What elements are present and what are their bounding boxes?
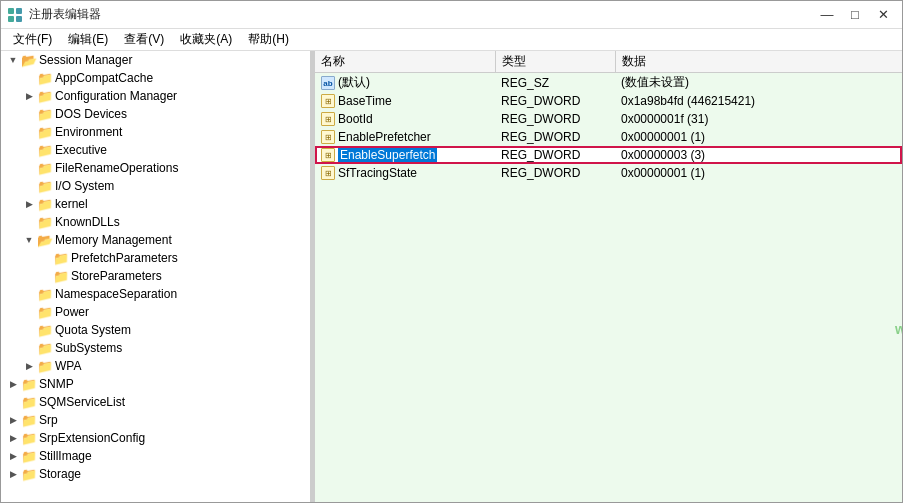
folder-icon: 📁 <box>21 395 37 410</box>
tree-item-label: SNMP <box>39 377 74 391</box>
tree-arrow: ▼ <box>5 55 21 65</box>
cell-type: REG_DWORD <box>495 92 615 110</box>
tree-item-dos-devices[interactable]: 📁DOS Devices <box>1 105 310 123</box>
reg-dword-icon: ⊞ <box>321 166 335 180</box>
tree-item-label: Session Manager <box>39 53 132 67</box>
tree-item-environment[interactable]: 📁Environment <box>1 123 310 141</box>
table-row[interactable]: ab(默认)REG_SZ(数值未设置) <box>315 73 902 93</box>
tree-item-memory-mgmt[interactable]: ▼📂Memory Management <box>1 231 310 249</box>
folder-icon: 📁 <box>21 413 37 428</box>
tree-arrow: ▶ <box>21 361 37 371</box>
folder-icon: 📁 <box>21 467 37 482</box>
tree-item-executive[interactable]: 📁Executive <box>1 141 310 159</box>
tree-item-label: Storage <box>39 467 81 481</box>
tree-item-config-manager[interactable]: ▶📁Configuration Manager <box>1 87 310 105</box>
cell-type: REG_DWORD <box>495 128 615 146</box>
folder-icon: 📂 <box>37 233 53 248</box>
folder-icon: 📁 <box>37 305 53 320</box>
cell-data: 0x1a98b4fd (446215421) <box>615 92 902 110</box>
reg-entry-name: BaseTime <box>338 94 392 108</box>
folder-icon: 📁 <box>37 341 53 356</box>
tree-item-sqmservice[interactable]: 📁SQMServiceList <box>1 393 310 411</box>
folder-icon: 📁 <box>21 431 37 446</box>
folder-icon: 📁 <box>37 107 53 122</box>
main-content: ▼📂Session Manager📁AppCompatCache▶📁Config… <box>1 51 902 502</box>
tree-item-label: PrefetchParameters <box>71 251 178 265</box>
cell-type: REG_DWORD <box>495 164 615 182</box>
folder-icon: 📁 <box>37 161 53 176</box>
tree-item-label: StillImage <box>39 449 92 463</box>
tree-item-label: DOS Devices <box>55 107 127 121</box>
tree-item-label: kernel <box>55 197 88 211</box>
tree-item-label: Power <box>55 305 89 319</box>
menu-item-文件f[interactable]: 文件(F) <box>5 29 60 50</box>
title-bar-left: 注册表编辑器 <box>7 6 101 23</box>
registry-tree: ▼📂Session Manager📁AppCompatCache▶📁Config… <box>1 51 310 483</box>
reg-entry-name: SfTracingState <box>338 166 417 180</box>
folder-icon: 📁 <box>37 197 53 212</box>
tree-item-label: SQMServiceList <box>39 395 125 409</box>
tree-item-appcompat[interactable]: 📁AppCompatCache <box>1 69 310 87</box>
svg-rect-2 <box>8 16 14 22</box>
table-row[interactable]: ⊞BootIdREG_DWORD0x0000001f (31) <box>315 110 902 128</box>
tree-item-knowndlls[interactable]: 📁KnownDLLs <box>1 213 310 231</box>
tree-item-quota[interactable]: 📁Quota System <box>1 321 310 339</box>
folder-icon: 📁 <box>37 179 53 194</box>
menu-item-编辑e[interactable]: 编辑(E) <box>60 29 116 50</box>
tree-item-stillimage[interactable]: ▶📁StillImage <box>1 447 310 465</box>
registry-table-container: 名称 类型 数据 ab(默认)REG_SZ(数值未设置)⊞BaseTimeREG… <box>315 51 902 502</box>
tree-item-subsystems[interactable]: 📁SubSystems <box>1 339 310 357</box>
reg-sz-icon: ab <box>321 76 335 90</box>
tree-arrow: ▶ <box>21 91 37 101</box>
reg-dword-icon: ⊞ <box>321 130 335 144</box>
reg-entry-name: (默认) <box>338 75 370 89</box>
menu-item-查看v[interactable]: 查看(V) <box>116 29 172 50</box>
tree-item-filerename[interactable]: 📁FileRenameOperations <box>1 159 310 177</box>
tree-arrow: ▶ <box>5 415 21 425</box>
tree-item-snmp[interactable]: ▶📁SNMP <box>1 375 310 393</box>
reg-dword-icon: ⊞ <box>321 112 335 126</box>
maximize-button[interactable]: □ <box>842 5 868 25</box>
tree-item-storage[interactable]: ▶📁Storage <box>1 465 310 483</box>
col-header-name: 名称 <box>315 51 495 73</box>
tree-item-srp[interactable]: ▶📁Srp <box>1 411 310 429</box>
title-bar-buttons: — □ ✕ <box>814 5 896 25</box>
tree-arrow: ▼ <box>21 235 37 245</box>
table-row[interactable]: ⊞EnableSuperfetchREG_DWORD0x00000003 (3) <box>315 146 902 164</box>
reg-entry-name: BootId <box>338 112 373 126</box>
cell-name: ⊞BaseTime <box>315 92 495 110</box>
folder-icon: 📁 <box>37 125 53 140</box>
tree-pane: ▼📂Session Manager📁AppCompatCache▶📁Config… <box>1 51 311 502</box>
tree-item-power[interactable]: 📁Power <box>1 303 310 321</box>
tree-item-wpa[interactable]: ▶📁WPA <box>1 357 310 375</box>
tree-item-storeparams[interactable]: 📁StoreParameters <box>1 267 310 285</box>
cell-name: ab(默认) <box>315 73 495 93</box>
cell-data: (数值未设置) <box>615 73 902 93</box>
tree-item-kernel[interactable]: ▶📁kernel <box>1 195 310 213</box>
cell-data: 0x00000001 (1) <box>615 164 902 182</box>
folder-icon: 📁 <box>53 251 69 266</box>
table-header-row: 名称 类型 数据 <box>315 51 902 73</box>
tree-item-prefetch[interactable]: 📁PrefetchParameters <box>1 249 310 267</box>
minimize-button[interactable]: — <box>814 5 840 25</box>
tree-item-label: Memory Management <box>55 233 172 247</box>
tree-item-namespace[interactable]: 📁NamespaceSeparation <box>1 285 310 303</box>
cell-name: ⊞BootId <box>315 110 495 128</box>
cell-type: REG_DWORD <box>495 110 615 128</box>
table-row[interactable]: ⊞BaseTimeREG_DWORD0x1a98b4fd (446215421) <box>315 92 902 110</box>
tree-item-label: Environment <box>55 125 122 139</box>
cell-type: REG_DWORD <box>495 146 615 164</box>
table-row[interactable]: ⊞EnablePrefetcherREG_DWORD0x00000001 (1) <box>315 128 902 146</box>
menu-item-帮助h[interactable]: 帮助(H) <box>240 29 297 50</box>
close-button[interactable]: ✕ <box>870 5 896 25</box>
menu-item-收藏夹a[interactable]: 收藏夹(A) <box>172 29 240 50</box>
tree-item-label: KnownDLLs <box>55 215 120 229</box>
tree-item-session-manager[interactable]: ▼📂Session Manager <box>1 51 310 69</box>
tree-item-label: Executive <box>55 143 107 157</box>
reg-dword-icon: ⊞ <box>321 94 335 108</box>
table-row[interactable]: ⊞SfTracingStateREG_DWORD0x00000001 (1) <box>315 164 902 182</box>
tree-item-srpext[interactable]: ▶📁SrpExtensionConfig <box>1 429 310 447</box>
tree-item-label: FileRenameOperations <box>55 161 178 175</box>
tree-item-io-system[interactable]: 📁I/O System <box>1 177 310 195</box>
folder-icon: 📁 <box>53 269 69 284</box>
